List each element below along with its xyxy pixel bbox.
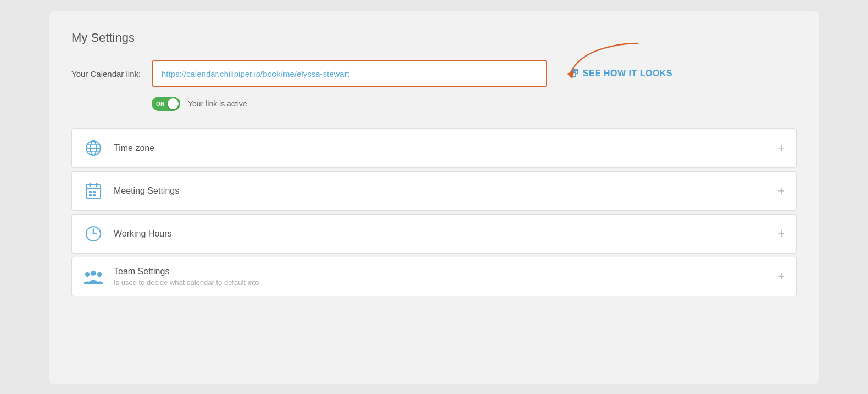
svg-rect-11 — [93, 191, 96, 193]
page-title: My Settings — [71, 31, 797, 45]
meeting-title: Meeting Settings — [114, 186, 778, 196]
svg-marker-0 — [567, 71, 574, 79]
toggle-row: ON Your link is active — [71, 97, 797, 111]
workinghours-title: Working Hours — [114, 229, 778, 239]
calendar-link-row: Your Calendar link: 🗗 SEE HOW IT LOOKS — [71, 60, 797, 87]
meeting-expand[interactable]: + — [778, 184, 785, 198]
timezone-title: Time zone — [114, 143, 778, 153]
svg-point-17 — [91, 271, 96, 276]
arrow-icon — [561, 41, 649, 85]
calendar-link-input-wrapper[interactable] — [152, 60, 547, 87]
clock-icon — [83, 223, 104, 244]
calendar-icon — [83, 181, 104, 201]
toggle-on-label: ON — [156, 101, 165, 107]
calendar-link-input[interactable] — [162, 69, 537, 78]
main-container: My Settings Your Calendar link: 🗗 SEE HO… — [49, 11, 819, 384]
settings-list: Time zone + Meeting Settings — [71, 128, 797, 296]
calendar-link-label: Your Calendar link: — [71, 69, 143, 78]
settings-item-meeting[interactable]: Meeting Settings + — [71, 171, 797, 211]
svg-point-19 — [97, 272, 102, 277]
toggle-thumb — [168, 98, 179, 109]
workinghours-expand[interactable]: + — [778, 227, 785, 241]
team-content: Team Settings Is used to decide what cal… — [114, 267, 778, 286]
settings-item-timezone[interactable]: Time zone + — [71, 128, 797, 168]
settings-item-team[interactable]: Team Settings Is used to decide what cal… — [71, 257, 797, 296]
toggle-switch[interactable]: ON — [152, 97, 180, 111]
toggle-track: ON — [152, 97, 180, 111]
toggle-active-text: Your link is active — [188, 99, 247, 108]
workinghours-content: Working Hours — [114, 229, 778, 239]
team-icon — [83, 266, 104, 287]
team-title: Team Settings — [114, 267, 778, 277]
svg-rect-10 — [89, 191, 92, 193]
timezone-content: Time zone — [114, 143, 778, 153]
team-expand[interactable]: + — [778, 269, 785, 284]
timezone-expand[interactable]: + — [778, 141, 785, 155]
globe-icon — [83, 138, 104, 159]
settings-item-workinghours[interactable]: Working Hours + — [71, 214, 797, 254]
team-subtitle: Is used to decide what calendar to defau… — [114, 278, 778, 286]
svg-rect-12 — [89, 194, 92, 196]
meeting-content: Meeting Settings — [114, 186, 778, 196]
svg-point-18 — [85, 272, 90, 277]
svg-rect-13 — [93, 194, 96, 196]
